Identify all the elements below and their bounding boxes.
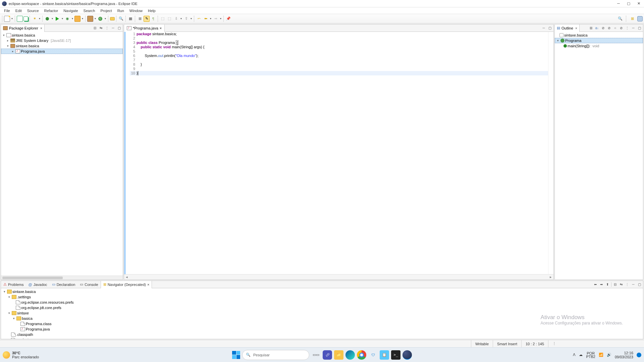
- minimize-button[interactable]: ─: [616, 1, 621, 6]
- menu-edit[interactable]: Edit: [13, 8, 24, 13]
- outline-package[interactable]: sintaxe.basica: [555, 33, 643, 38]
- clock[interactable]: 12:16 09/03/2023: [615, 351, 633, 359]
- maximize-view-button[interactable]: ▢: [117, 26, 121, 31]
- tree-project[interactable]: ▾ sintaxe.basica: [1, 33, 123, 38]
- notepad-icon[interactable]: 📋: [380, 350, 389, 360]
- nav-class-file[interactable]: Programa.class: [1, 321, 643, 326]
- nav-project[interactable]: ▾ sintaxe.basica: [1, 289, 643, 294]
- toggle-breadcrumb-button[interactable]: ▦: [127, 16, 133, 22]
- start-button[interactable]: [232, 351, 240, 359]
- menu-refactor[interactable]: Refactor: [42, 8, 61, 13]
- hide-static-button[interactable]: ⊘: [607, 26, 611, 31]
- link-editor-button[interactable]: ⇆: [619, 282, 624, 287]
- maximize-view-button[interactable]: ▢: [637, 26, 642, 31]
- task-view-button[interactable]: ▭▭: [311, 350, 321, 360]
- status-writable[interactable]: Writable: [471, 340, 493, 347]
- view-menu-button[interactable]: ⋮: [105, 26, 109, 31]
- hide-nonpublic-button[interactable]: ○: [613, 26, 618, 31]
- tray-chevron-icon[interactable]: ᐱ: [573, 353, 576, 357]
- menu-project[interactable]: Project: [98, 8, 114, 13]
- open-type-button[interactable]: [110, 17, 115, 20]
- java-perspective-button[interactable]: [637, 16, 643, 21]
- menu-help[interactable]: Help: [145, 8, 158, 13]
- nav-prefs2[interactable]: org.eclipse.jdt.core.prefs: [1, 305, 643, 310]
- volume-icon[interactable]: 🔊: [607, 353, 611, 357]
- taskbar-search[interactable]: 🔍 Pesquisar: [242, 350, 309, 360]
- toggle-block-button[interactable]: ✎: [144, 16, 150, 22]
- debug-button[interactable]: [44, 16, 50, 22]
- outline-class[interactable]: ▾ Programa: [555, 38, 643, 43]
- notifications-icon[interactable]: [637, 353, 641, 357]
- editor-hscrollbar[interactable]: ◂ ▸: [124, 274, 553, 280]
- security-icon[interactable]: 🛡: [368, 350, 378, 360]
- onedrive-icon[interactable]: ☁: [579, 353, 583, 357]
- new-button[interactable]: [4, 16, 10, 22]
- minimize-editor-button[interactable]: ─: [541, 26, 546, 31]
- save-all-button[interactable]: [23, 16, 28, 21]
- nav-project-file[interactable]: .project: [1, 337, 643, 339]
- hide-local-button[interactable]: ⊘: [619, 26, 624, 31]
- new-dropdown[interactable]: ▾: [11, 17, 13, 20]
- nav-classpath[interactable]: .classpath: [1, 332, 643, 337]
- tree-package[interactable]: ▾ sintaxe.basica: [1, 43, 123, 49]
- view-menu-button[interactable]: ⋮: [625, 26, 630, 31]
- show-whitespace-button[interactable]: ¶: [150, 16, 156, 22]
- maximize-button[interactable]: ▢: [627, 1, 631, 6]
- editor-tab-programa[interactable]: *Programa.java ×: [124, 24, 165, 32]
- new-class-button[interactable]: C: [97, 16, 103, 22]
- tab-problems[interactable]: ⚠ Problems: [1, 281, 26, 288]
- explorer-icon[interactable]: 📁: [334, 350, 343, 360]
- next-annotation-button[interactable]: ⇩: [173, 16, 179, 22]
- tree-file-programa[interactable]: ▸ Programa.java: [1, 49, 123, 54]
- coverage-button[interactable]: ◉: [64, 16, 70, 22]
- chrome-icon[interactable]: [357, 350, 366, 360]
- edge-icon[interactable]: [345, 350, 355, 360]
- run-button[interactable]: [54, 16, 60, 22]
- menu-search[interactable]: Search: [81, 8, 98, 13]
- menu-window[interactable]: Window: [127, 8, 145, 13]
- prev-annotation-button[interactable]: ⇧: [183, 16, 189, 22]
- toggle-mark-button[interactable]: ⊞: [137, 16, 143, 22]
- menu-file[interactable]: File: [1, 8, 13, 13]
- search-button[interactable]: 🔍: [118, 16, 124, 22]
- nav-back-button[interactable]: ⬅: [593, 282, 598, 287]
- nav-settings[interactable]: ▾ .settings: [1, 294, 643, 300]
- back-button[interactable]: ⬅: [203, 16, 209, 22]
- wifi-icon[interactable]: 📶: [599, 353, 603, 357]
- collapse-all-button[interactable]: ⊟: [93, 26, 97, 31]
- teams-icon[interactable]: 🗪: [323, 350, 332, 360]
- nav-sintaxe[interactable]: ▾ sintaxe: [1, 310, 643, 316]
- hide-fields-button[interactable]: ⊘: [601, 26, 605, 31]
- minimize-view-button[interactable]: ─: [111, 26, 115, 31]
- annotation-prev-button[interactable]: ⬚: [160, 16, 166, 22]
- focus-button[interactable]: ⊞: [589, 26, 593, 31]
- open-perspective-button[interactable]: ⊞: [629, 16, 635, 22]
- nav-basica[interactable]: ▾ basica: [1, 316, 643, 321]
- maximize-view-button[interactable]: ▢: [637, 282, 642, 287]
- quick-access-button[interactable]: 🔍: [617, 16, 623, 22]
- eclipse-taskbar-icon[interactable]: [402, 350, 412, 360]
- status-position[interactable]: 10 : 2 : 145: [521, 340, 548, 347]
- annotation-next-button[interactable]: ⬚: [166, 16, 172, 22]
- menu-navigate[interactable]: Navigate: [61, 8, 80, 13]
- tab-console[interactable]: ▭ Console: [77, 281, 100, 288]
- menu-run[interactable]: Run: [115, 8, 127, 13]
- link-editor-button[interactable]: ⇆: [99, 26, 103, 31]
- horizontal-scrollbar[interactable]: [1, 276, 123, 280]
- maximize-editor-button[interactable]: ▢: [547, 26, 552, 31]
- close-icon[interactable]: ×: [40, 26, 42, 30]
- pin-button[interactable]: 📌: [225, 16, 231, 22]
- minimize-view-button[interactable]: ─: [631, 282, 636, 287]
- ext-tools-button[interactable]: [74, 16, 80, 22]
- close-button[interactable]: ✕: [637, 1, 641, 6]
- nav-prefs1[interactable]: org.eclipse.core.resources.prefs: [1, 300, 643, 305]
- nav-up-button[interactable]: ⬆: [605, 282, 610, 287]
- new-wizard-button[interactable]: ✴: [32, 16, 38, 22]
- nav-fwd-button[interactable]: ➡: [599, 282, 604, 287]
- collapse-all-button[interactable]: ⊟: [613, 282, 618, 287]
- status-extra[interactable]: ⋮: [548, 340, 575, 347]
- terminal-icon[interactable]: >_: [391, 350, 400, 360]
- code-editor[interactable]: 1 2 3 4 5 6 7 8 9 10 package sintaxe.bas…: [124, 32, 553, 274]
- close-icon[interactable]: ×: [147, 283, 149, 287]
- forward-button[interactable]: ➡: [213, 16, 219, 22]
